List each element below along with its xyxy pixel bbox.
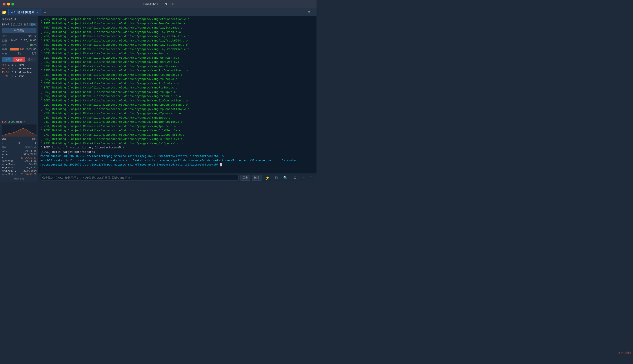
disk-avail: 1.9G/1.9G [23,150,37,152]
proc-name: AliYunDun... [19,67,37,70]
grid-icon[interactable]: ⊞ [308,10,310,14]
table-row: root@ubuntu20-hz-2020072:/usr/local/ffmp… [40,154,315,158]
table-row: [ 73%] Building C object CMakeFiles/meta… [40,17,315,22]
add-tab-button[interactable]: + [42,10,48,15]
folder-icon[interactable]: 📁 [2,10,7,14]
disk-path: /sys/fs/... [2,166,18,169]
net-chevron-icon: ▾ [24,120,25,124]
table-row: [ 99%] Building C object CMakeFiles/meta… [40,142,315,146]
disk-path: /dev [2,150,8,152]
tab-dot: ● [11,11,13,14]
proc-mem: 19.7M [2,67,11,70]
table-row: [ 97%] Building C object CMakeFiles/meta… [40,133,315,137]
copy-button[interactable]: ⎘ [273,175,280,181]
activate-button[interactable]: 激活/升级 [2,178,37,181]
net-iface: eth0 [16,120,23,124]
mem-row: 内存 26% 1G/3.8G [0,47,38,52]
history-button[interactable]: 历史 [240,175,250,181]
cpu-value: 2% [33,44,37,46]
sidebar-bottom: 激活/升级 [0,176,38,182]
lightning-button[interactable]: ⚡ [263,175,272,181]
table-row: [ 77%] Building C object CMakeFiles/meta… [40,39,315,43]
tabbar: 📁 ● 1 聪哥的服务器 ✕ + ⊞ ☰ [0,8,316,16]
disk-row: /run/us... 393M/393M [0,169,38,172]
list-item[interactable]: 19.7M 1 AliYunDun... [0,67,38,70]
proc-cpu: 0.7 [12,75,18,78]
table-row: [ 83%] Building C object CMakeFiles/meta… [40,64,315,69]
table-row: aarch64.cmake build cmake_android.sh cma… [40,158,315,163]
input-bar: 历史 选项 ⚡ ⎘ 🔍 ⚙ ↑ ⊡ [39,173,316,182]
disk-avail: 1.9G/1.9G [23,160,37,162]
list-item[interactable]: 9.2M 0.7 sshd [0,74,38,78]
mem-detail: 1G/3.8G [25,48,37,51]
proc-cpu: 1.7 [12,64,18,66]
maximize-traffic-light[interactable] [12,3,14,6]
table-row: [ 76%] Building C object CMakeFiles/meta… [40,34,315,39]
disk-row: /run 392M/393M [0,153,38,156]
table-row: [ 91%] Building C object CMakeFiles/meta… [40,103,315,107]
ping-value: 0ms [2,138,6,141]
table-row: [ 81%] Building C object CMakeFiles/meta… [40,56,315,60]
table-row: [ 92%] Building C object CMakeFiles/meta… [40,111,315,116]
mem-bar-container: 26% 1G/3.8G [10,48,37,51]
tab-close-button[interactable]: ✕ [37,11,38,14]
ping-values-row: 0 0 0 [0,141,38,145]
scroll-up-button[interactable]: ↑ [300,175,306,181]
proc-cpu: 1 [12,67,18,70]
list-item[interactable]: 467.6... 1.7 java [0,63,38,67]
proc-mem: 13.9M [2,71,11,74]
ip-row: IP 47.111.133.185 复制 [0,22,38,27]
table-row: [ 95%] Building C object CMakeFiles/meta… [40,124,315,129]
disk-path: /run/us... [2,170,16,172]
ping-row: 0ms 本机 [0,137,38,141]
sysinfo-button[interactable]: 系统信息 [2,28,37,33]
process-list: 467.6... 1.7 java 19.7M 1 AliYunDun... 1… [0,63,38,120]
tab-mem-button[interactable]: 内存 [2,57,13,62]
table-row: [ 85%] Building C object CMakeFiles/meta… [40,77,315,82]
uptime-label: 运行 [2,34,7,38]
table-row: [ 82%] Building C object CMakeFiles/meta… [40,60,315,64]
traffic-lights [3,3,14,6]
terminal-output[interactable]: [ 73%] Building C object CMakeFiles/meta… [39,16,316,173]
list-item[interactable]: 13.9M 0.7 AliYunDun [0,70,38,74]
list-icon[interactable]: ☰ [312,10,315,14]
options-button[interactable]: 选项 [252,175,262,181]
cpu-label: CPU [2,44,7,46]
table-row: [ 96%] Building C object CMakeFiles/meta… [40,128,315,133]
minimize-traffic-light[interactable] [7,3,10,6]
svg-marker-0 [2,128,37,136]
load-value: 0.43, 0.17, 0.06 [11,39,37,42]
network-row: ↑1K ↓590B eth0 ▾ [0,120,38,124]
load-label: 负载 [2,39,7,42]
ip-label: IP [2,23,5,26]
disk-avail: 1.9G/1.9G [23,166,37,169]
table-row: [ 94%] Building C object CMakeFiles/meta… [40,120,315,124]
disk-row: /var/lib... 21.9G/39.2G [0,172,38,176]
table-row: [ 83%] Building C object CMakeFiles/meta… [40,68,315,73]
table-row: [100%] Linking C static library libmetar… [40,146,315,150]
table-row: [ 87%] Building C object CMakeFiles/meta… [40,86,315,90]
settings-button[interactable]: ⚙ [291,175,299,181]
proc-mem: 467.6... [2,64,11,66]
swap-value: 0% [18,52,21,56]
proc-mem: 9.2M [2,75,11,78]
mem-value: 26% [20,48,25,51]
uptime-row: 运行 206 天 [0,34,38,38]
table-row: [ 78%] Building C object CMakeFiles/meta… [40,43,315,47]
tab-cpu-button[interactable]: CPU [14,57,25,62]
search-button[interactable]: 🔍 [281,175,290,181]
command-input[interactable] [40,175,239,180]
copy-ip-button[interactable]: 复制 [30,22,37,26]
net-up: ↑1K [2,120,7,124]
close-traffic-light[interactable] [3,3,6,6]
window-button[interactable]: ⊡ [307,175,315,181]
disk-path: /run [2,153,8,156]
cpu-row: CPU 2% [0,43,38,47]
ping-dest: 本机 [32,138,37,141]
terminal: [ 73%] Building C object CMakeFiles/meta… [39,16,316,182]
disk-row: /sys/fs/... 1.9G/1.9G [0,166,38,169]
tab-cmd-button[interactable]: 命令 [25,57,37,62]
server-tab[interactable]: ● 1 聪哥的服务器 ✕ [8,9,41,15]
swap-label: 交换 [2,52,7,56]
proc-name: sshd [19,75,37,78]
